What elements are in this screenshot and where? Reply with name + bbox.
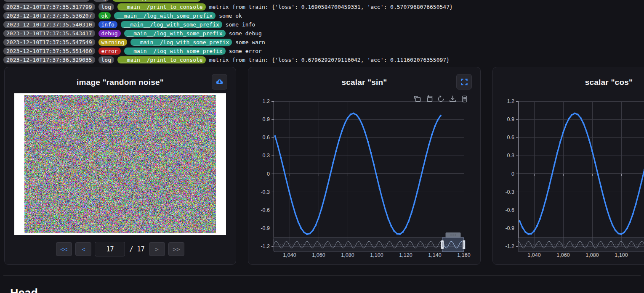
log-console: log__main__/print_to_console2023-12-10T1… (0, 0, 644, 63)
prev-page-button[interactable]: < (75, 242, 91, 256)
svg-text:-0.6: -0.6 (505, 207, 514, 213)
cloud-download-icon (215, 77, 224, 86)
datazoom-slider[interactable] (518, 232, 644, 252)
datazoom-handle-right[interactable] (463, 240, 466, 249)
page-input[interactable] (95, 242, 125, 256)
timestamp-badge: 2023-12-10T17:37:36.329035 (3, 56, 95, 63)
svg-text:0.9: 0.9 (263, 116, 270, 122)
toolbox-zoom-icon[interactable] (415, 96, 420, 102)
level-badge: log (98, 3, 114, 11)
svg-text:1,140: 1,140 (428, 252, 441, 258)
expand-button[interactable] (456, 74, 472, 90)
datazoom-slider[interactable] (274, 232, 466, 252)
log-message: some error (229, 48, 262, 54)
download-button[interactable] (212, 74, 227, 90)
log-row: 2023-12-10T17:37:35.317799log__main__/pr… (3, 3, 644, 11)
svg-text:1.2: 1.2 (263, 98, 270, 104)
log-row: 2023-12-10T17:37:35.540310info__main__/l… (3, 21, 644, 28)
toolbox-zoom-reset-icon[interactable] (428, 95, 432, 101)
image-card: image "random noise" << < / 17 > >> (4, 67, 236, 265)
chart-toolbox (415, 95, 467, 102)
timestamp-badge: 2023-12-10T17:37:35.540310 (3, 21, 95, 28)
timestamp-badge: 2023-12-10T17:37:35.543417 (3, 30, 95, 37)
sin-card-title: scalar "sin" (341, 74, 387, 87)
timestamp-badge (3, 0, 90, 2)
svg-text:-0.3: -0.3 (505, 189, 514, 195)
module-badge: __main__/log_with_some_prefix (124, 48, 226, 55)
axes (516, 101, 644, 246)
toolbox-restore-icon[interactable] (438, 96, 443, 102)
log-row: 2023-12-10T17:37:36.329035log__main__/pr… (3, 56, 644, 63)
log-message: some ok (219, 13, 242, 19)
svg-text:0.3: 0.3 (263, 153, 270, 158)
y-axis-labels: 1.20.90.60.30-0.3-0.6-0.9-1.2 (505, 98, 514, 249)
datazoom-window[interactable] (442, 238, 464, 252)
log-row: log__main__/print_to_console (3, 0, 644, 2)
toolbox-data-view-icon[interactable] (463, 96, 467, 102)
level-badge: ok (98, 12, 111, 19)
level-badge: warning (98, 39, 128, 46)
module-badge: __main__/log_with_some_prefix (121, 21, 222, 28)
pagination: << < / 17 > >> (5, 242, 236, 256)
svg-text:1,160: 1,160 (457, 252, 470, 258)
level-badge: error (98, 48, 121, 55)
noise-image (24, 95, 216, 233)
section-divider (3, 275, 641, 276)
log-message: metrix from train: {'loss': 0.1690584700… (209, 4, 453, 10)
svg-text:-0.6: -0.6 (261, 207, 270, 213)
cos-card-title: scalar "cos" (585, 74, 633, 87)
log-row: 2023-12-10T17:37:35.551460error__main__/… (3, 48, 644, 55)
x-axis-labels: 1,0401,0601,0801,1001,1201,1401,160 (283, 252, 470, 258)
log-message: some warn (235, 39, 265, 45)
datazoom-handle-left[interactable] (441, 240, 444, 249)
svg-text:-0.9: -0.9 (505, 225, 514, 231)
cards-row: image "random noise" << < / 17 > >> scal… (4, 67, 644, 265)
svg-text:0: 0 (511, 171, 514, 177)
level-badge: log (98, 56, 114, 63)
svg-text:1,040: 1,040 (527, 252, 540, 258)
module-badge: __main__/log_with_some_prefix (114, 12, 216, 19)
y-axis-labels: 1.20.90.60.30-0.3-0.6-0.9-1.2 (261, 98, 270, 249)
cos-chart-card: scalar "cos" 1.20.90.60.30-0.3-0.6-0.9-1… (492, 67, 644, 265)
svg-text:1,080: 1,080 (585, 252, 599, 258)
level-badge: info (98, 21, 117, 28)
timestamp-badge: 2023-12-10T17:37:35.547549 (3, 39, 95, 46)
svg-text:1,040: 1,040 (283, 252, 296, 258)
image-card-header: image "random noise" (5, 67, 236, 93)
module-badge: __main__/print_to_console (117, 56, 206, 63)
toolbox-save-image-icon[interactable] (450, 96, 455, 101)
timestamp-badge: 2023-12-10T17:37:35.536207 (3, 12, 95, 19)
svg-text:-1.2: -1.2 (261, 243, 270, 249)
timestamp-badge: 2023-12-10T17:37:35.317799 (3, 3, 95, 11)
sin-chart[interactable]: 1.20.90.60.30-0.3-0.6-0.9-1.2 1,0401,060… (248, 92, 481, 261)
svg-text:0.3: 0.3 (507, 153, 514, 158)
image-card-title: image "random noise" (77, 74, 164, 87)
cos-card-header: scalar "cos" (493, 67, 644, 93)
module-badge: __main__/print_to_console (117, 3, 206, 11)
log-row: 2023-12-10T17:37:35.543417debug__main__/… (3, 30, 644, 37)
datazoom-drag-tab[interactable] (446, 232, 461, 238)
sin-chart-card: scalar "sin" 1.20.90.60.30-0.3-0.6-0.9-1… (248, 67, 481, 265)
cos-chart[interactable]: 1.20.90.60.30-0.3-0.6-0.9-1.2 1,0401,060… (493, 92, 644, 261)
page-total: / 17 (128, 245, 145, 253)
next-page-button[interactable]: > (149, 242, 165, 256)
module-badge: __main__/print_to_console (112, 0, 201, 2)
level-badge: log (93, 0, 109, 2)
svg-text:0.6: 0.6 (263, 135, 270, 140)
log-message: some info (226, 21, 255, 28)
fullscreen-icon (460, 78, 468, 86)
svg-text:1,060: 1,060 (556, 252, 569, 258)
svg-text:1,080: 1,080 (341, 252, 354, 258)
last-page-button[interactable]: >> (168, 242, 185, 256)
svg-text:0: 0 (267, 171, 270, 177)
module-badge: __main__/log_with_some_prefix (124, 30, 226, 37)
svg-text:0.9: 0.9 (507, 116, 514, 122)
svg-text:-0.9: -0.9 (261, 225, 270, 231)
svg-text:0.6: 0.6 (507, 135, 514, 140)
first-page-button[interactable]: << (56, 242, 72, 256)
svg-text:-1.2: -1.2 (505, 243, 514, 249)
module-badge: __main__/log_with_some_prefix (130, 39, 232, 46)
svg-text:1,100: 1,100 (615, 252, 628, 258)
log-message: metrix from train: {'loss': 0.6796292079… (209, 57, 450, 63)
svg-text:1,120: 1,120 (399, 252, 412, 258)
